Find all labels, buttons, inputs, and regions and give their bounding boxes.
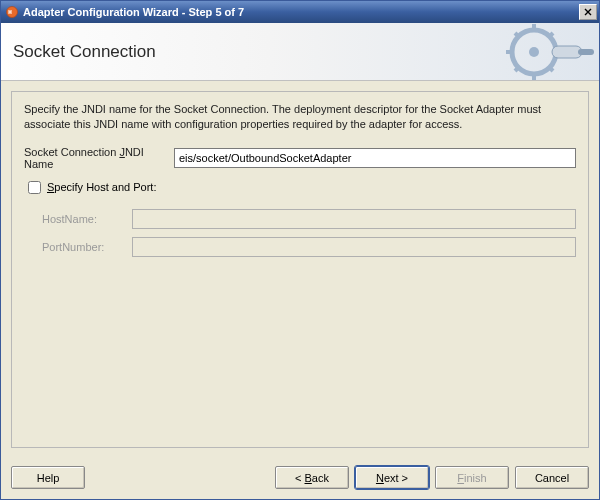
svg-point-0 — [7, 7, 18, 18]
wizard-header: Socket Connection — [1, 23, 599, 81]
specify-host-port-row: Specify Host and Port: — [24, 178, 576, 197]
portnumber-row: PortNumber: — [42, 237, 576, 257]
portnumber-input — [132, 237, 576, 257]
help-button[interactable]: Help — [11, 466, 85, 489]
cancel-button[interactable]: Cancel — [515, 466, 589, 489]
svg-line-10 — [515, 67, 519, 71]
header-graphic-icon — [479, 23, 599, 80]
close-button[interactable] — [579, 4, 597, 20]
title-bar: Adapter Configuration Wizard - Step 5 of… — [1, 1, 599, 23]
button-bar: Help < Back Next > Finish Cancel — [1, 458, 599, 499]
jndi-name-row: Socket Connection JNDI Name — [24, 146, 576, 170]
specify-host-port-checkbox[interactable] — [28, 181, 41, 194]
svg-line-7 — [515, 33, 519, 37]
jndi-name-input[interactable] — [174, 148, 576, 168]
window-title: Adapter Configuration Wizard - Step 5 of… — [23, 6, 579, 18]
hostname-label: HostName: — [42, 213, 132, 225]
svg-line-9 — [549, 33, 553, 37]
svg-line-8 — [549, 67, 553, 71]
svg-point-2 — [529, 47, 539, 57]
finish-button: Finish — [435, 466, 509, 489]
svg-rect-11 — [552, 46, 582, 58]
content-area: Specify the JNDI name for the Socket Con… — [1, 81, 599, 458]
hostname-input — [132, 209, 576, 229]
specify-host-port-label: Specify Host and Port: — [47, 181, 156, 193]
svg-rect-12 — [578, 49, 594, 55]
page-title: Socket Connection — [13, 42, 156, 62]
wizard-window: Adapter Configuration Wizard - Step 5 of… — [0, 0, 600, 500]
jndi-name-label: Socket Connection JNDI Name — [24, 146, 174, 170]
portnumber-label: PortNumber: — [42, 241, 132, 253]
hostname-row: HostName: — [42, 209, 576, 229]
host-port-block: HostName: PortNumber: — [24, 209, 576, 257]
description-text: Specify the JNDI name for the Socket Con… — [24, 102, 576, 132]
next-button[interactable]: Next > — [355, 466, 429, 489]
app-icon — [5, 5, 19, 19]
main-frame: Specify the JNDI name for the Socket Con… — [11, 91, 589, 448]
back-button[interactable]: < Back — [275, 466, 349, 489]
